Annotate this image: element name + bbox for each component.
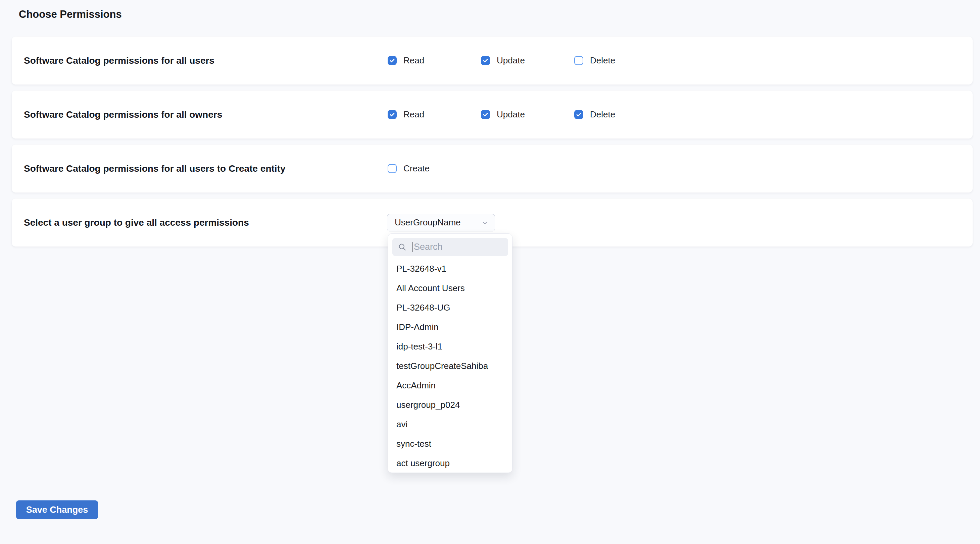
update-checkbox[interactable] [481, 110, 490, 119]
card-label: Software Catalog permissions for all use… [24, 163, 286, 174]
checkbox-label: Delete [590, 56, 615, 66]
dropdown-option[interactable]: act usergroup [388, 454, 512, 473]
search-input[interactable] [392, 238, 508, 256]
checkbox-row: Read Update Delete [388, 90, 668, 138]
card-label: Software Catalog permissions for all use… [24, 56, 215, 66]
card-label: Software Catalog permissions for all own… [24, 109, 222, 120]
chevron-down-icon [481, 219, 488, 227]
dropdown-option[interactable]: sync-test [388, 434, 512, 454]
read-checkbox[interactable] [388, 110, 397, 119]
dropdown-search [392, 238, 508, 256]
dropdown-option[interactable]: All Account Users [388, 278, 512, 298]
permissions-card-create-entity: Software Catalog permissions for all use… [12, 144, 973, 192]
delete-permission-group: Delete [574, 109, 668, 120]
dropdown-option[interactable]: testGroupCreateSahiba [388, 356, 512, 376]
read-checkbox[interactable] [388, 56, 397, 65]
check-icon [389, 57, 395, 64]
create-checkbox[interactable] [388, 164, 397, 173]
checkbox-label: Update [497, 109, 525, 120]
checkbox-label: Read [403, 109, 424, 120]
read-permission-group: Read [388, 109, 481, 120]
create-permission-group: Create [388, 163, 481, 174]
save-changes-button[interactable]: Save Changes [16, 500, 98, 519]
dropdown-value: UserGroupName [395, 217, 461, 228]
dropdown-option[interactable]: PL-32648-UG [388, 298, 512, 317]
checkbox-label: Delete [590, 109, 615, 120]
delete-permission-group: Delete [574, 56, 668, 66]
permissions-card-all-users: Software Catalog permissions for all use… [12, 36, 973, 84]
update-permission-group: Update [481, 109, 574, 120]
permissions-card-all-owners: Software Catalog permissions for all own… [12, 90, 973, 138]
update-permission-group: Update [481, 56, 574, 66]
checkbox-label: Create [403, 163, 430, 174]
dropdown-option[interactable]: avi [388, 414, 512, 434]
checkbox-row: Read Update Delete [388, 36, 668, 84]
user-group-dropdown[interactable]: UserGroupName [387, 214, 495, 232]
dropdown-option[interactable]: idp-test-3-l1 [388, 337, 512, 356]
checkbox-label: Update [497, 56, 525, 66]
dropdown-option[interactable]: AccAdmin [388, 376, 512, 395]
update-checkbox[interactable] [481, 56, 490, 65]
dropdown-option[interactable]: usergroup_p024 [388, 395, 512, 414]
dropdown-option[interactable]: PL-32648-v1 [388, 259, 512, 278]
dropdown-options-list: PL-32648-v1 All Account Users PL-32648-U… [388, 259, 512, 473]
card-label: Select a user group to give all access p… [24, 217, 249, 228]
check-icon [389, 111, 395, 118]
user-group-dropdown-menu: PL-32648-v1 All Account Users PL-32648-U… [388, 233, 512, 473]
read-permission-group: Read [388, 56, 481, 66]
page-title: Choose Permissions [19, 8, 980, 21]
dropdown-option[interactable]: IDP-Admin [388, 317, 512, 337]
delete-checkbox[interactable] [574, 56, 583, 65]
check-icon [482, 111, 488, 118]
check-icon [576, 111, 582, 118]
check-icon [482, 57, 488, 64]
checkbox-row: Create [388, 144, 481, 192]
delete-checkbox[interactable] [574, 110, 583, 119]
checkbox-label: Read [403, 56, 424, 66]
